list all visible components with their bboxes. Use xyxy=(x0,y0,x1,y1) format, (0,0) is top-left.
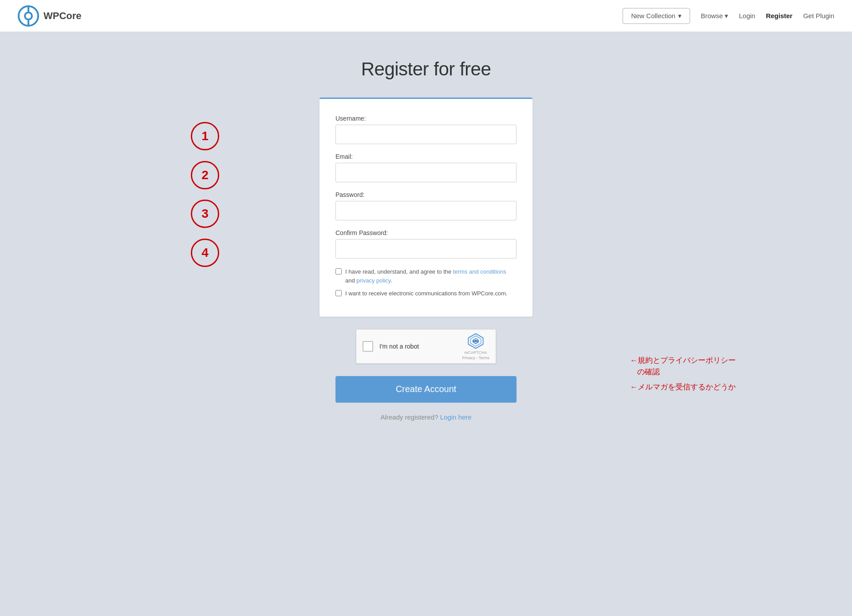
logo-area: WPCore xyxy=(18,5,82,27)
logo-text: WPCore xyxy=(43,10,82,22)
recaptcha-right: reCAPTCHA Privacy - Terms xyxy=(462,333,489,360)
newsletter-checkbox-item: I want to receive electronic communicati… xyxy=(335,289,517,298)
recaptcha-logo-icon xyxy=(467,333,484,349)
create-account-button[interactable]: Create Account xyxy=(335,376,517,403)
confirm-password-input[interactable] xyxy=(335,239,517,259)
annotation-right-2: ←メルマガを受信するかどうか xyxy=(630,381,754,393)
username-input[interactable] xyxy=(335,125,517,144)
register-nav-link[interactable]: Register xyxy=(766,12,793,20)
recaptcha-checkbox[interactable] xyxy=(363,341,373,352)
terms-text: I have read, understand, and agree to th… xyxy=(345,267,517,285)
annotation-circle-1: 1 xyxy=(191,122,219,150)
main-content: Register for free 1 2 3 4 ←規約とプライバシーポリシー… xyxy=(0,32,852,456)
email-group: Email: xyxy=(335,153,517,182)
recaptcha-links-text: Privacy - Terms xyxy=(462,356,489,360)
annotation-right-1-text: の確認 xyxy=(630,366,754,378)
password-label: Password: xyxy=(335,191,517,198)
email-label: Email: xyxy=(335,153,517,160)
terms-checkbox-item: I have read, understand, and agree to th… xyxy=(335,267,517,285)
nav-area: New Collection ▾ Browse ▾ Login Register… xyxy=(623,8,834,24)
terms-link[interactable]: terms and conditions xyxy=(453,268,506,275)
header: WPCore New Collection ▾ Browse ▾ Login R… xyxy=(0,0,852,32)
register-form-card: Username: Email: Password: Confirm Passw… xyxy=(320,98,532,317)
annotation-right-2-arrow: ←メルマガを受信するかどうか xyxy=(630,381,754,393)
confirm-password-label: Confirm Password: xyxy=(335,229,517,236)
form-outer: 1 2 3 4 ←規約とプライバシーポリシー の確認 ←メルマガを受信するかどう… xyxy=(235,98,617,421)
recaptcha-label: I'm not a robot xyxy=(379,343,419,350)
get-plugin-nav-link[interactable]: Get Plugin xyxy=(803,12,834,20)
register-form: Username: Email: Password: Confirm Passw… xyxy=(335,115,517,298)
new-collection-label: New Collection xyxy=(631,12,675,20)
new-collection-button[interactable]: New Collection ▾ xyxy=(623,8,690,24)
username-group: Username: xyxy=(335,115,517,144)
login-here-link[interactable]: Login here xyxy=(440,413,472,421)
annotation-right-1-arrow: ←規約とプライバシーポリシー xyxy=(630,355,754,366)
annotation-circle-4: 4 xyxy=(191,239,219,267)
annotation-circle-2: 2 xyxy=(191,161,219,189)
newsletter-checkbox[interactable] xyxy=(335,290,342,296)
svg-point-1 xyxy=(25,12,32,20)
dropdown-arrow-icon: ▾ xyxy=(678,12,682,20)
page-title: Register for free xyxy=(361,59,491,80)
recaptcha-brand-text: reCAPTCHA xyxy=(465,350,487,355)
annotation-right-1: ←規約とプライバシーポリシー の確認 xyxy=(630,355,754,377)
recaptcha-widget[interactable]: I'm not a robot reCAPTCHA Privacy - Term… xyxy=(356,329,496,364)
logo-icon xyxy=(18,5,39,27)
already-registered-text: Already registered? Login here xyxy=(235,413,617,421)
checkbox-group: I have read, understand, and agree to th… xyxy=(335,267,517,298)
email-input[interactable] xyxy=(335,163,517,182)
browse-nav-link[interactable]: Browse ▾ xyxy=(701,12,728,20)
terms-checkbox[interactable] xyxy=(335,268,342,275)
username-label: Username: xyxy=(335,115,517,122)
newsletter-text: I want to receive electronic communicati… xyxy=(345,289,508,298)
recaptcha-left: I'm not a robot xyxy=(363,341,419,352)
browse-arrow-icon: ▾ xyxy=(725,12,728,20)
password-group: Password: xyxy=(335,191,517,220)
annotation-circle-3: 3 xyxy=(191,200,219,228)
confirm-password-group: Confirm Password: xyxy=(335,229,517,259)
privacy-link[interactable]: privacy policy xyxy=(356,277,390,284)
login-nav-link[interactable]: Login xyxy=(739,12,755,20)
password-input[interactable] xyxy=(335,201,517,220)
